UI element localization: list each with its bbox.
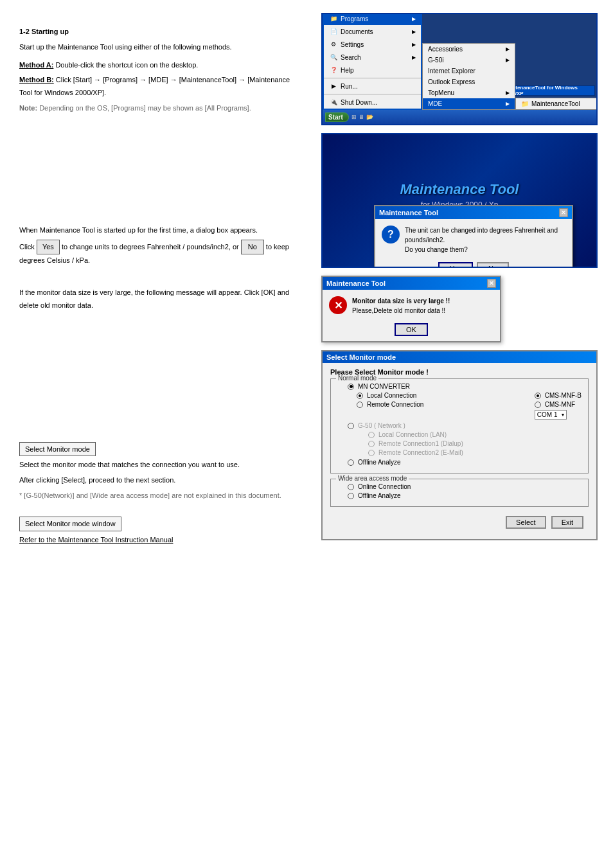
page-container: 1-2 Starting up Start up the Maintenance… <box>0 0 613 571</box>
cms-mnf-row: CMS-MNF <box>535 401 582 408</box>
g50i-item[interactable]: G-50i ▶ <box>423 55 515 66</box>
monitor-warning-text: Monitor data size is very large !! Pleas… <box>352 296 450 315</box>
topmenu-label: TopMenu <box>428 89 454 96</box>
error-icon: ✕ <box>329 296 347 314</box>
topmenu-item[interactable]: TopMenu ▶ <box>423 87 515 98</box>
g50-row: G-50 ( Network ) <box>337 422 582 429</box>
g50-radio[interactable] <box>348 423 354 429</box>
monitor-warning-buttons: OK <box>323 321 500 341</box>
right-column: 🪟 Windows Update 📁 Programs ▶ 📄 Document… <box>315 0 613 571</box>
offline-analyze-2-radio[interactable] <box>348 493 354 499</box>
screenshot-monitor-data-warning: Maintenance Tool ✕ ✕ Monitor data size i… <box>321 276 501 342</box>
dialup-row: Remote Connection1 (Dialup) <box>337 440 582 447</box>
select-monitor-footer: Select Exit <box>330 512 589 534</box>
monitor-warning-body: ✕ Monitor data size is very large !! Ple… <box>323 290 500 321</box>
mn-converter-radio[interactable] <box>348 384 354 390</box>
splash-screen: Maintenance Tool for Windows 2000 / Xp M… <box>323 134 596 267</box>
help-label: Help <box>341 67 354 74</box>
mde-item[interactable]: MDE ▶ <box>423 98 515 109</box>
mn-converter-left-options: Local Connection Remote Connection <box>357 392 529 410</box>
ie-item[interactable]: Internet Explorer <box>423 66 515 76</box>
g50i-label: G-50i <box>428 57 443 64</box>
online-connection-row: Online Connection <box>337 483 582 490</box>
splash-title: Maintenance Tool <box>400 181 519 198</box>
documents-item[interactable]: 📄 Documents ▶ <box>324 25 421 38</box>
exit-button[interactable]: Exit <box>551 516 583 529</box>
local-connection-row: Local Connection <box>357 392 529 399</box>
start-menu: 🪟 Windows Update 📁 Programs ▶ 📄 Document… <box>323 13 422 110</box>
mn-converter-options: Local Connection Remote Connection CMS-M… <box>337 392 582 420</box>
lan-radio[interactable] <box>368 432 375 438</box>
taskbar-icon-3: 📂 <box>366 114 373 120</box>
dialup-radio[interactable] <box>368 441 375 447</box>
select-monitor-para2: After clicking [Select], proceed to the … <box>19 474 302 487</box>
settings-arrow-icon: ▶ <box>412 42 416 48</box>
normal-mode-label: Normal mode <box>336 375 378 382</box>
accessories-label: Accessories <box>428 46 463 53</box>
units-yes-button[interactable]: Yes <box>438 262 473 268</box>
select-monitor-note: * [G-50(Network)] and [Wide area access … <box>19 490 302 502</box>
mde-arrow-icon: ▶ <box>506 101 510 107</box>
shutdown-item[interactable]: 🔌 Shut Down... <box>324 96 421 109</box>
run-item[interactable]: ▶ Run... <box>324 80 421 93</box>
email-radio[interactable] <box>368 450 375 456</box>
monitor-data-text: If the monitor data size is very large, … <box>19 287 302 312</box>
maintenance-tool-exe-label: MaintenanceTool for Windows 2000/XP <box>504 85 592 96</box>
shutdown-icon: 🔌 <box>329 98 338 107</box>
start-button[interactable]: Start <box>325 112 349 122</box>
monitor-warning-titlebar: Maintenance Tool ✕ <box>323 277 500 290</box>
wide-area-group: Wide area access mode Online Connection … <box>330 479 589 507</box>
offline-analyze-1-radio[interactable] <box>348 459 354 466</box>
reference-link: Refer to the Maintenance Tool Instructio… <box>19 534 302 547</box>
cms-mnf-b-radio[interactable] <box>535 393 541 399</box>
online-connection-radio[interactable] <box>348 484 354 490</box>
units-para1: When Maintenance Tool is started up for … <box>19 224 302 237</box>
screenshot-select-monitor-mode: Select Monitor mode Please Select Monito… <box>321 350 598 540</box>
cms-options: CMS-MNF-B CMS-MNF COM 1 <box>535 392 582 420</box>
search-item[interactable]: 🔍 Search ▶ <box>324 51 421 64</box>
section-intro: Start up the Maintenance Tool using eith… <box>19 41 302 54</box>
units-no-button[interactable]: No <box>477 262 509 268</box>
select-monitor-para1: Select the monitor mode that matches the… <box>19 459 302 472</box>
wide-area-label: Wide area access mode <box>336 475 409 482</box>
note-text: Depending on the OS, [Programs] may be s… <box>39 104 251 112</box>
com-port-value: COM 1 <box>537 411 558 418</box>
method-a: Method A: Double-click the shortcut icon… <box>19 59 302 72</box>
maintenance-tool-item[interactable]: 📁 MaintenanceTool ▶ <box>516 98 598 109</box>
local-connection-label: Local Connection <box>367 392 416 399</box>
maintenance-tool-folder-icon: 📁 <box>521 100 529 107</box>
monitor-warning-close-btn[interactable]: ✕ <box>487 279 496 288</box>
lan-row: Local Connection (LAN) <box>337 431 582 438</box>
units-dialog-close-btn[interactable]: ✕ <box>559 208 568 217</box>
outlook-label: Outlook Express <box>428 78 475 85</box>
com-port-select[interactable]: COM 1 <box>535 410 567 420</box>
offline-analyze-1-row: Offline Analyze <box>337 459 582 466</box>
settings-item[interactable]: ⚙ Settings ▶ <box>324 38 421 51</box>
units-dialog-titlebar: Maintenance Tool ✕ <box>375 206 572 219</box>
help-item[interactable]: ❓ Help <box>324 64 421 76</box>
taskbar-quick-launch: ⊞ 🖥 📂 <box>351 114 373 120</box>
cms-mnf-b-label: CMS-MNF-B <box>545 392 582 399</box>
documents-label: Documents <box>341 28 373 35</box>
select-monitor-window-label: Select Monitor mode window <box>19 517 121 531</box>
remote-connection-label: Remote Connection <box>367 401 423 408</box>
cms-mnf-radio[interactable] <box>535 402 541 408</box>
local-connection-radio[interactable] <box>357 393 363 399</box>
remote-connection-row: Remote Connection <box>357 401 529 408</box>
select-button[interactable]: Select <box>506 516 546 529</box>
start-button-label: Start <box>328 114 343 121</box>
remote-connection-radio[interactable] <box>357 402 363 408</box>
g50-label: G-50 ( Network ) <box>358 422 405 429</box>
method-b-text: Click [Start] → [Programs] → [MDE] → [Ma… <box>19 76 290 96</box>
programs-item[interactable]: 📁 Programs ▶ <box>324 13 421 25</box>
accessories-item[interactable]: Accessories ▶ <box>423 44 515 55</box>
offline-analyze-2-label: Offline Analyze <box>358 492 401 499</box>
units-dialog-line1: The unit can be changed into degrees Fah… <box>405 226 565 245</box>
monitor-warning-line1: Monitor data size is very large !! <box>352 296 450 306</box>
g50i-arrow-icon: ▶ <box>506 57 510 63</box>
shutdown-label: Shut Down... <box>341 99 377 106</box>
programs-label: Programs <box>341 15 368 22</box>
monitor-warning-ok-button[interactable]: OK <box>395 323 428 336</box>
left-column: 1-2 Starting up Start up the Maintenance… <box>0 0 315 571</box>
outlook-item[interactable]: Outlook Express <box>423 76 515 87</box>
